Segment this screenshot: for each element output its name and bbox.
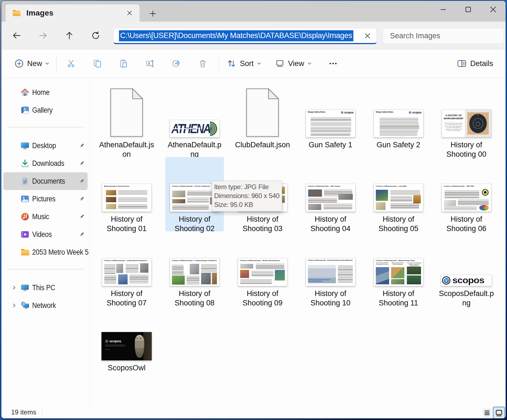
sidebar-item-music[interactable]: Music: [3, 208, 88, 226]
owl-eye: [136, 338, 138, 339]
large-thumbnails-view-toggle[interactable]: [493, 407, 505, 418]
slide-thumbnail: Marksmanship in Ancient History: [102, 184, 151, 212]
details-view-toggle[interactable]: [483, 408, 491, 417]
slide-title: A History of Marksmanship -- Late 1800s: [376, 185, 422, 187]
file-name-label: History of Shooting 11: [369, 289, 428, 308]
file-tile[interactable]: ClubDefault.json: [233, 83, 292, 157]
search-input[interactable]: Search Images: [383, 28, 504, 44]
athena-target-icon: [209, 121, 219, 137]
file-tile[interactable]: Range Safety RulesscoposGun Safety 2: [369, 83, 428, 157]
slide-thumbnail: A History of Marksmanship -- Finals Now …: [306, 258, 355, 286]
json-file-icon: [245, 88, 280, 137]
cut-button[interactable]: [65, 57, 77, 70]
address-clear-button[interactable]: [362, 31, 372, 41]
file-tile[interactable]: Range Safety RulesscoposGun Safety 1: [301, 83, 360, 157]
athena-logo-thumbnail: ATHENA: [170, 120, 219, 137]
toolbar-divider: [56, 56, 57, 71]
maximize-button[interactable]: [456, 1, 481, 18]
copy-button[interactable]: [91, 57, 103, 70]
sidebar-item-this-pc[interactable]: This PC: [3, 279, 88, 297]
slide-text-lines: [311, 133, 350, 135]
sidebar-item-label: Videos: [32, 230, 52, 239]
sidebar-item-desktop[interactable]: Desktop: [3, 137, 88, 155]
file-thumbnail: Marksmanship in Ancient History: [97, 157, 156, 212]
file-tile[interactable]: A History of Marksmanship -- Marksmanshi…: [369, 231, 428, 306]
sidebar-item-pictures[interactable]: Pictures: [3, 190, 88, 208]
sidebar-item-gallery[interactable]: Gallery: [3, 101, 88, 119]
file-name-label: ScoposDefault.png: [437, 289, 496, 308]
file-tile[interactable]: A History of Marksmanship -- Modern Deve…: [233, 231, 292, 306]
paste-button[interactable]: [118, 57, 130, 70]
slide-photo: [106, 204, 116, 209]
slide-text-lines: [240, 279, 272, 284]
quote-text-lines: [105, 345, 125, 347]
maximize-icon: [465, 6, 471, 13]
slide-thumbnail: Range Safety Rulesscopos: [306, 110, 355, 137]
file-name-label: History of Shooting 08: [165, 289, 224, 308]
file-tile[interactable]: A History of Marksmanship -- 1897-1907Hi…: [437, 157, 496, 231]
pin-icon: [79, 196, 85, 202]
file-tile[interactable]: A History of Marksmanship -- 19th Centur…: [301, 157, 360, 231]
tab-close-button[interactable]: [124, 7, 135, 19]
sidebar-item-videos[interactable]: Videos: [3, 226, 88, 243]
sidebar-item-network[interactable]: Network: [3, 297, 88, 314]
file-tile[interactable]: A HISTORY OF MARKSMANSHIPMarksmanship is…: [437, 83, 496, 157]
file-tile[interactable]: A History of Marksmanship -- Leading Wor…: [97, 231, 156, 306]
address-bar[interactable]: C:\Users\[USER]\Documents\My Matches\DAT…: [113, 28, 377, 44]
slide-photo: [407, 275, 421, 284]
file-name-label: History of Shooting 06: [437, 214, 496, 233]
file-tile[interactable]: VscoposScoposDefault.png: [437, 231, 496, 306]
close-button[interactable]: [481, 1, 506, 18]
refresh-button[interactable]: [90, 29, 102, 42]
view-button-label: View: [288, 59, 304, 68]
new-button[interactable]: New: [13, 55, 50, 72]
view-button[interactable]: View: [275, 55, 312, 72]
more-options-button[interactable]: [326, 57, 341, 70]
navigation-bar: C:\Users\[USER]\Documents\My Matches\DAT…: [1, 22, 506, 49]
file-thumbnail: scopos: [97, 306, 156, 360]
file-name-label: ScoposOwl: [97, 363, 156, 373]
slide-title: A History of Marksmanship -- Finals Now …: [308, 260, 354, 261]
close-icon: [364, 32, 371, 39]
sidebar-item-downloads[interactable]: Downloads: [3, 155, 88, 172]
slide-thumbnail: Range Safety Rulesscopos: [374, 110, 423, 137]
chevron-right-icon[interactable]: [12, 285, 17, 290]
file-tile[interactable]: A History of Marksmanship -- Leading Oly…: [165, 231, 224, 306]
minimize-button[interactable]: [431, 1, 456, 18]
file-tile[interactable]: ATHENAAthenaDefault.png: [165, 83, 224, 157]
file-tile[interactable]: Marksmanship in Ancient HistoryHistory o…: [97, 157, 156, 231]
up-button[interactable]: [63, 29, 75, 42]
scopos-ring-icon: [409, 111, 411, 114]
share-button[interactable]: [170, 57, 182, 70]
file-tile[interactable]: A History of Marksmanship -- Late 1800sH…: [369, 157, 428, 231]
slide-photo: [140, 263, 148, 273]
sidebar-item-documents[interactable]: Documents: [3, 172, 88, 190]
slide-photo: [482, 189, 489, 196]
desktop-icon: [21, 141, 29, 150]
sort-button[interactable]: Sort: [227, 55, 262, 72]
slide-photo: [376, 202, 386, 210]
file-name-label: History of Shooting 07: [97, 289, 156, 308]
file-tile[interactable]: scoposScoposOwl: [97, 306, 156, 380]
slide-title: Range Safety Rules: [308, 111, 338, 113]
cut-icon: [67, 59, 75, 68]
back-button[interactable]: [11, 29, 23, 42]
downloads-icon: [21, 159, 29, 168]
sidebar-item-home[interactable]: Home: [3, 84, 88, 101]
close-icon: [126, 10, 133, 16]
slide-thumbnail: A History of Marksmanship -- Modern Deve…: [238, 258, 287, 286]
slide-title: A History of Marksmanship -- 1897-1907: [444, 185, 490, 187]
chevron-right-icon[interactable]: [12, 303, 17, 308]
file-tile[interactable]: A History of Marksmanship -- Finals Now …: [301, 231, 360, 306]
new-tab-button[interactable]: [147, 9, 159, 18]
sidebar-item-2053-metro-week-5[interactable]: 2053 Metro Week 5: [3, 243, 88, 261]
details-pane-button[interactable]: Details: [457, 55, 493, 72]
address-input-selected-text[interactable]: C:\Users\[USER]\Documents\My Matches\DAT…: [119, 30, 353, 41]
tab-images[interactable]: Images: [6, 4, 140, 22]
status-divider: [42, 409, 42, 416]
rename-button[interactable]: A: [144, 57, 156, 70]
forward-button[interactable]: [37, 29, 49, 42]
delete-button[interactable]: [197, 57, 209, 70]
file-tile[interactable]: AthenaDefault.json: [97, 83, 156, 157]
file-name-label: ClubDefault.json: [233, 140, 292, 150]
